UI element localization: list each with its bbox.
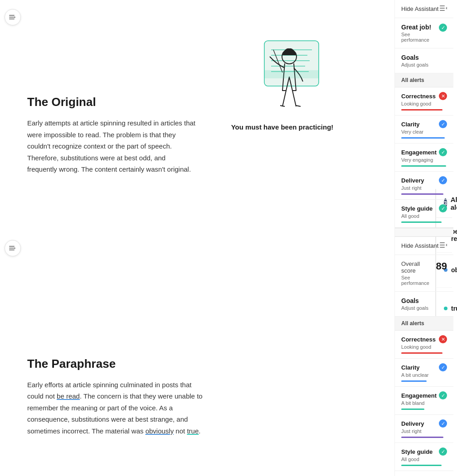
svg-rect-16 [440,8,445,9]
metric-name-styleguide-2: Style guide [401,448,433,455]
metric-sub-correctness-2: Looking good [401,344,447,350]
metric-name-engagement-2: Engagement [401,392,437,399]
illustration-svg [237,32,328,118]
bar-clarity-1 [401,137,445,139]
check-correctness-1: ✕ [439,92,447,100]
check-clarity-2: ✓ [439,363,447,371]
bar-delivery-2 [401,437,443,438]
metric-name-clarity-2: Clarity [401,364,419,371]
goals-label-2: Goals [401,297,428,304]
check-styleguide-2: ✓ [439,447,447,456]
metric-name-clarity-1: Clarity [401,121,419,128]
metric-sub-engagement-1: Very engaging [401,157,447,163]
svg-rect-14 [264,70,319,78]
metric-sub-delivery-1: Just right [401,185,447,191]
bar-correctness-1 [401,109,442,111]
metric-sub-styleguide-2: All good [401,457,447,462]
alerts-box-wrapper: 3 All alerts be read · Rewrite the sente… [231,189,367,330]
svg-rect-0 [9,15,15,16]
original-title: The Original [27,95,197,109]
metric-name-styleguide-1: Style guide [401,205,433,212]
bar-styleguide-2 [401,465,442,466]
overall-label: Overall score [401,260,436,274]
check-correctness-2: ✕ [439,335,447,343]
metric-name-delivery-2: Delivery [401,420,424,427]
sidebar-divider [395,228,453,237]
bar-engagement-1 [401,165,446,167]
svg-rect-3 [9,246,15,247]
metric-sub-clarity-1: Very clear [401,129,447,135]
metric-clarity-1[interactable]: Clarity ✓ Very clear [395,115,453,144]
metric-name-correctness-1: Correctness [401,93,436,100]
paraphrase-text: Early efforts at article spinning culmin… [27,379,209,437]
adjust-goals-link-2[interactable]: Adjust goals [401,305,428,311]
main-content: The Original Early attempts at article s… [0,0,394,476]
bar-correctness-2 [401,352,442,354]
all-alerts-header-2: All alerts [395,317,453,331]
metric-engagement-2[interactable]: Engagement ✓ A bit bland [395,387,453,415]
metric-engagement-1[interactable]: Engagement ✓ Very engaging [395,144,453,172]
svg-rect-4 [9,248,15,249]
metric-styleguide-2[interactable]: Style guide ✓ All good [395,443,453,471]
all-alerts-header-1: All alerts [395,73,453,87]
bar-clarity-2 [401,380,427,382]
hide-assistant-btn-2[interactable]: Hide Assistant [395,237,453,255]
bar-styleguide-1 [401,221,442,223]
highlighted-true[interactable]: true [187,427,199,435]
metric-delivery-1[interactable]: Delivery ✓ Just right [395,172,453,200]
svg-rect-20 [440,247,445,248]
overall-score-value: 89 [436,260,447,272]
hide-icon-1 [440,5,447,12]
metric-name-engagement-1: Engagement [401,149,437,156]
right-sidebar: Hide Assistant Great job! See performanc… [394,0,453,476]
left-toggle-bottom[interactable] [5,240,21,256]
metric-sub-delivery-2: Just right [401,428,447,434]
hide-assistant-label-2: Hide Assistant [401,242,438,249]
great-job-label-1: Great job! [401,24,439,31]
svg-rect-17 [440,10,445,11]
illustration-caption: You must have been practicing! [231,123,334,131]
adjust-goals-link-1[interactable]: Adjust goals [401,62,428,67]
left-toggle-top[interactable] [5,9,21,25]
metric-styleguide-1[interactable]: Style guide ✓ All good [395,200,453,228]
original-section: The Original Early attempts at article s… [27,32,197,175]
svg-rect-19 [440,245,445,245]
sidebar-panel-1: Hide Assistant Great job! See performanc… [395,0,453,228]
see-performance-link-1[interactable]: See performance [401,32,439,43]
goals-section-2: Goals Adjust goals [395,292,453,317]
paraphrase-title: The Paraphrase [27,357,367,371]
svg-rect-18 [440,242,445,243]
check-clarity-1: ✓ [439,120,447,128]
check-engagement-2: ✓ [439,391,447,399]
hide-icon-2 [440,242,447,249]
check-delivery-2: ✓ [439,419,447,428]
illustration-area: You must have been practicing! [197,32,367,175]
metric-clarity-2[interactable]: Clarity ✓ A bit unclear [395,359,453,387]
metric-correctness-2[interactable]: Correctness ✕ Looking good [395,331,453,359]
check-engagement-1: ✓ [439,148,447,156]
see-performance-link-2[interactable]: See performance [401,275,436,286]
goals-label-1: Goals [401,54,428,61]
sidebar-panel-2: Hide Assistant Overall score See perform… [395,237,453,471]
hide-assistant-label-1: Hide Assistant [401,5,438,12]
goals-section-1: Goals Adjust goals [395,48,453,73]
check-styleguide-1: ✓ [439,204,447,212]
svg-rect-5 [9,250,15,250]
original-text: Early attempts at article spinning resul… [27,117,197,175]
metric-name-delivery-1: Delivery [401,177,424,184]
svg-rect-1 [9,17,15,18]
check-delivery-1: ✓ [439,176,447,184]
overall-score-section: Overall score See performance 89 [395,255,453,292]
bar-engagement-2 [401,409,424,410]
paraphrase-section: The Paraphrase Early efforts at article … [27,357,367,437]
metric-name-correctness-2: Correctness [401,336,436,343]
hide-assistant-btn-1[interactable]: Hide Assistant [395,0,453,18]
bar-delivery-1 [401,193,443,195]
great-job-check-1: ✓ [439,24,447,32]
metric-sub-styleguide-1: All good [401,213,447,219]
highlighted-obviously[interactable]: obviously [146,427,174,435]
metric-delivery-2[interactable]: Delivery ✓ Just right [395,415,453,443]
svg-rect-15 [440,5,445,6]
metric-correctness-1[interactable]: Correctness ✕ Looking good [395,87,453,115]
highlighted-be-read[interactable]: be read [57,392,80,400]
